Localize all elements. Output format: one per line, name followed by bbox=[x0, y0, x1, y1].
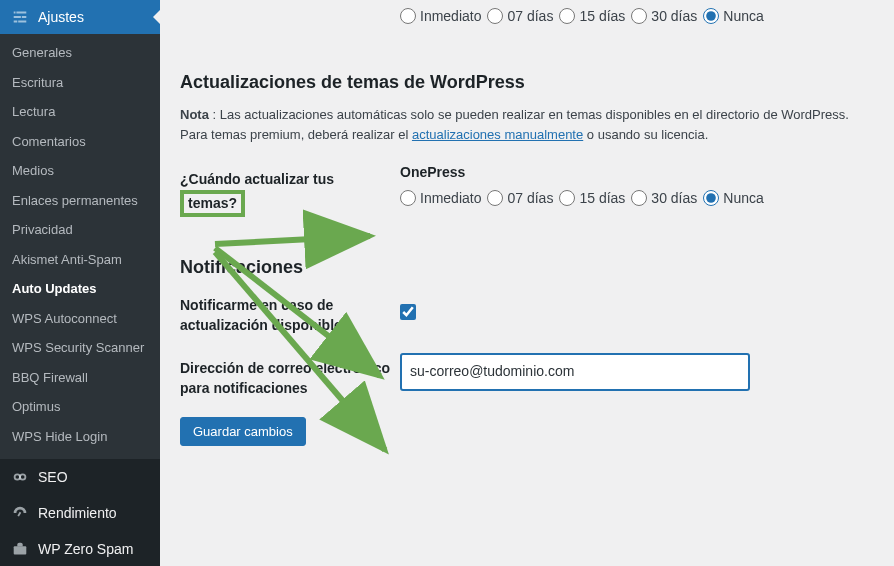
radio-theme-nunca[interactable]: Nunca bbox=[703, 190, 763, 206]
sidebar-item-label: Ajustes bbox=[38, 9, 84, 25]
sidebar-item-seo[interactable]: SEO bbox=[0, 459, 160, 495]
notifications-section-title: Notificaciones bbox=[180, 257, 874, 278]
radio-input[interactable] bbox=[487, 8, 503, 24]
radio-nunca[interactable]: Nunca bbox=[703, 8, 763, 24]
annotation-highlight-box: temas? bbox=[180, 190, 245, 218]
sidebar-item-escritura[interactable]: Escritura bbox=[0, 68, 160, 98]
radio-input[interactable] bbox=[487, 190, 503, 206]
plugin-update-frequency-row: Inmediato 07 días 15 días 30 días Nunca bbox=[400, 0, 874, 32]
notify-email-row: Dirección de correo electrónico para not… bbox=[180, 353, 874, 398]
sidebar-item-medios[interactable]: Medios bbox=[0, 156, 160, 186]
label-prefix: ¿Cuándo actualizar tus bbox=[180, 171, 334, 187]
email-input[interactable] bbox=[400, 353, 750, 390]
notify-label: Notificarme en caso de actualización dis… bbox=[180, 290, 400, 335]
radio-label: 15 días bbox=[579, 8, 625, 24]
themes-section-title: Actualizaciones de temas de WordPress bbox=[180, 72, 874, 93]
radio-label: 15 días bbox=[579, 190, 625, 206]
sidebar-item-label: SEO bbox=[38, 469, 68, 485]
radio-theme-inmediato[interactable]: Inmediato bbox=[400, 190, 481, 206]
radio-07-dias[interactable]: 07 días bbox=[487, 8, 553, 24]
radio-input[interactable] bbox=[400, 190, 416, 206]
radio-label: Nunca bbox=[723, 190, 763, 206]
note-text-tail: o usando su licencia. bbox=[583, 127, 708, 142]
sidebar-item-akismet[interactable]: Akismet Anti-Spam bbox=[0, 245, 160, 275]
sidebar-item-lectura[interactable]: Lectura bbox=[0, 97, 160, 127]
sidebar-item-auto-updates[interactable]: Auto Updates bbox=[0, 274, 160, 304]
radio-theme-15-dias[interactable]: 15 días bbox=[559, 190, 625, 206]
when-update-themes-label: ¿Cuándo actualizar tus temas? bbox=[180, 164, 400, 217]
sidebar-item-ajustes[interactable]: Ajustes bbox=[0, 0, 160, 34]
email-label: Dirección de correo electrónico para not… bbox=[180, 353, 400, 398]
radio-input[interactable] bbox=[559, 190, 575, 206]
radio-input[interactable] bbox=[631, 190, 647, 206]
sidebar-item-wp-zero-spam[interactable]: WP Zero Spam bbox=[0, 531, 160, 566]
sidebar-item-rendimiento[interactable]: Rendimiento bbox=[0, 495, 160, 531]
radio-label: 07 días bbox=[507, 190, 553, 206]
svg-line-5 bbox=[215, 236, 370, 244]
save-button[interactable]: Guardar cambios bbox=[180, 417, 306, 446]
radio-input[interactable] bbox=[631, 8, 647, 24]
seo-icon bbox=[10, 467, 30, 487]
sidebar-item-bbq-firewall[interactable]: BBQ Firewall bbox=[0, 363, 160, 393]
sidebar-item-generales[interactable]: Generales bbox=[0, 38, 160, 68]
sidebar-item-wps-autoconnect[interactable]: WPS Autoconnect bbox=[0, 304, 160, 334]
note-prefix: Nota bbox=[180, 107, 209, 122]
manual-updates-link[interactable]: actualizaciones manualmente bbox=[412, 127, 583, 142]
radio-input[interactable] bbox=[400, 8, 416, 24]
radio-label: 07 días bbox=[507, 8, 553, 24]
sidebar-item-enlaces-permanentes[interactable]: Enlaces permanentes bbox=[0, 186, 160, 216]
theme-name-onepress: OnePress bbox=[400, 164, 874, 180]
notify-update-row: Notificarme en caso de actualización dis… bbox=[180, 290, 874, 335]
sidebar-item-label: WP Zero Spam bbox=[38, 541, 133, 557]
sidebar-item-wps-hide-login[interactable]: WPS Hide Login bbox=[0, 422, 160, 452]
gauge-icon bbox=[10, 503, 30, 523]
sliders-icon bbox=[10, 7, 30, 27]
theme-update-frequency-row: ¿Cuándo actualizar tus temas? OnePress I… bbox=[180, 164, 874, 217]
notify-checkbox[interactable] bbox=[400, 304, 416, 320]
svg-rect-3 bbox=[14, 546, 27, 554]
sidebar-item-label: Rendimiento bbox=[38, 505, 117, 521]
radio-label: 30 días bbox=[651, 190, 697, 206]
radio-30-dias[interactable]: 30 días bbox=[631, 8, 697, 24]
admin-sidebar: Ajustes Generales Escritura Lectura Come… bbox=[0, 0, 160, 566]
radio-inmediato[interactable]: Inmediato bbox=[400, 8, 481, 24]
radio-input[interactable] bbox=[703, 190, 719, 206]
radio-theme-07-dias[interactable]: 07 días bbox=[487, 190, 553, 206]
sidebar-submenu: Generales Escritura Lectura Comentarios … bbox=[0, 34, 160, 459]
radio-label: Inmediato bbox=[420, 190, 481, 206]
themes-note: Nota : Las actualizaciones automáticas s… bbox=[180, 105, 874, 144]
sidebar-item-comentarios[interactable]: Comentarios bbox=[0, 127, 160, 157]
radio-label: Inmediato bbox=[420, 8, 481, 24]
svg-rect-2 bbox=[17, 512, 21, 517]
radio-theme-30-dias[interactable]: 30 días bbox=[631, 190, 697, 206]
sidebar-item-wps-security-scanner[interactable]: WPS Security Scanner bbox=[0, 333, 160, 363]
sidebar-item-optimus[interactable]: Optimus bbox=[0, 392, 160, 422]
radio-label: Nunca bbox=[723, 8, 763, 24]
radio-input[interactable] bbox=[559, 8, 575, 24]
radio-15-dias[interactable]: 15 días bbox=[559, 8, 625, 24]
briefcase-icon bbox=[10, 539, 30, 559]
sidebar-item-privacidad[interactable]: Privacidad bbox=[0, 215, 160, 245]
settings-content: Inmediato 07 días 15 días 30 días Nunca … bbox=[160, 0, 894, 566]
svg-point-1 bbox=[20, 474, 25, 479]
radio-label: 30 días bbox=[651, 8, 697, 24]
radio-input[interactable] bbox=[703, 8, 719, 24]
